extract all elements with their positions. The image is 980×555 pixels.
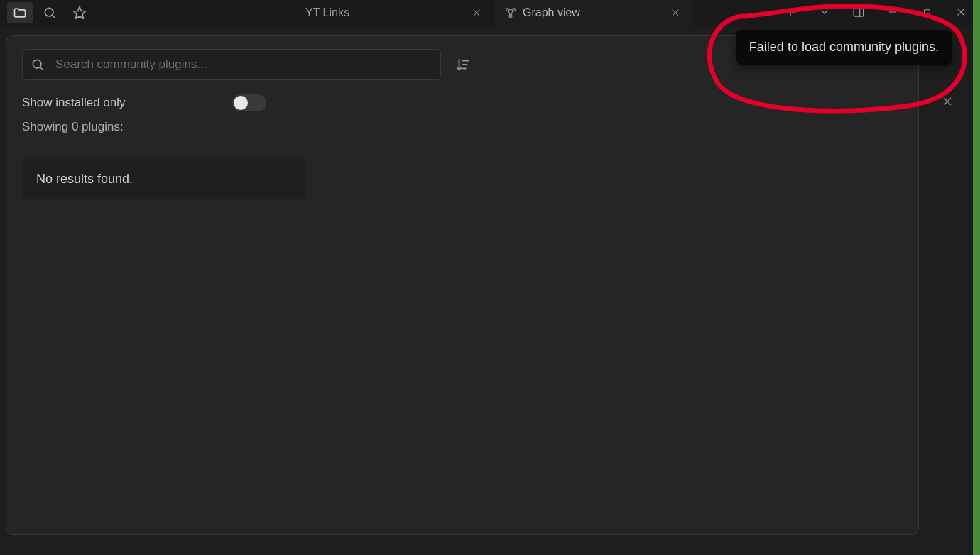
sidebar-toggle-icon[interactable] <box>842 0 875 24</box>
community-plugins-modal: Show installed only Showing 0 plugins: N… <box>6 35 919 535</box>
close-icon[interactable] <box>668 6 683 19</box>
search-input[interactable] <box>22 49 441 80</box>
tab-label: Graph view <box>523 6 662 19</box>
new-tab-icon[interactable] <box>774 0 807 24</box>
scrollbar-region[interactable] <box>973 0 980 555</box>
files-icon[interactable] <box>7 2 33 23</box>
svg-line-26 <box>40 67 43 70</box>
svg-line-1 <box>53 16 55 18</box>
toast-message: Failed to load community plugins. <box>749 40 939 54</box>
svg-line-9 <box>511 11 513 15</box>
right-panel-close[interactable] <box>916 79 966 123</box>
svg-rect-18 <box>924 9 930 15</box>
search-input-wrap <box>22 49 441 80</box>
right-sidebar <box>916 35 966 532</box>
right-panel-row <box>916 211 966 255</box>
left-icon-group <box>0 2 92 23</box>
maximize-icon[interactable] <box>910 0 943 24</box>
installed-only-label: Show installed only <box>22 96 126 110</box>
installed-only-row: Show installed only <box>22 94 903 111</box>
installed-only-toggle[interactable] <box>232 94 266 111</box>
right-panel-row <box>916 123 966 167</box>
svg-line-8 <box>508 11 511 15</box>
right-panel-row <box>916 167 966 211</box>
titlebar: YT Links Graph view <box>0 0 980 26</box>
chevron-down-icon[interactable] <box>808 0 841 24</box>
sort-button[interactable] <box>455 57 471 72</box>
plugin-count-text: Showing 0 plugins: <box>22 120 903 134</box>
close-icon[interactable] <box>469 6 484 19</box>
graph-icon <box>504 6 517 19</box>
error-toast: Failed to load community plugins. <box>736 30 952 65</box>
search-icon[interactable] <box>37 2 62 23</box>
window-controls <box>774 0 977 24</box>
svg-marker-2 <box>74 7 86 19</box>
search-icon <box>31 57 45 72</box>
tab-label: YT Links <box>305 6 463 19</box>
tab-graph-view[interactable]: Graph view <box>494 0 693 26</box>
svg-rect-15 <box>854 8 864 16</box>
star-icon[interactable] <box>67 2 92 23</box>
modal-body: No results found. <box>6 143 918 215</box>
tab-yt-links[interactable]: YT Links <box>295 0 494 26</box>
no-results-message: No results found. <box>22 159 306 199</box>
minimize-icon[interactable] <box>876 0 909 24</box>
tab-bar: YT Links Graph view <box>295 0 693 26</box>
